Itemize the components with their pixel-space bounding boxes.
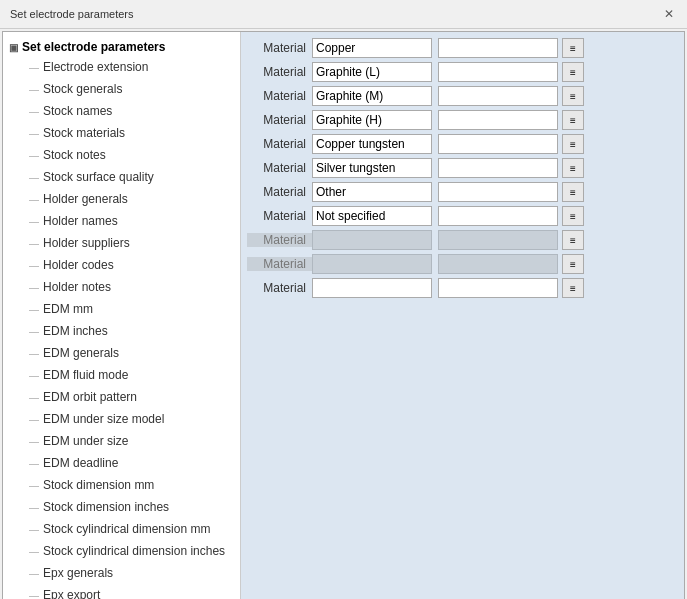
tree-root-text: Set electrode parameters	[22, 40, 165, 54]
material-right-input[interactable]	[438, 86, 558, 106]
tree-item[interactable]: Holder codes	[27, 254, 236, 276]
material-text-input[interactable]	[312, 134, 432, 154]
material-menu-button[interactable]: ≡	[562, 134, 584, 154]
material-menu-button[interactable]: ≡	[562, 158, 584, 178]
material-right-input[interactable]	[438, 206, 558, 226]
tree-item[interactable]: Holder notes	[27, 276, 236, 298]
material-text-input[interactable]	[312, 206, 432, 226]
material-row: Material≡	[247, 86, 678, 106]
material-text-input[interactable]	[312, 110, 432, 130]
title-bar-label: Set electrode parameters	[10, 8, 134, 20]
material-menu-button[interactable]: ≡	[562, 110, 584, 130]
material-text-input[interactable]	[312, 278, 432, 298]
material-row: Material≡	[247, 134, 678, 154]
tree-item[interactable]: EDM deadline	[27, 452, 236, 474]
tree-item[interactable]: Stock cylindrical dimension inches	[27, 540, 236, 562]
collapse-icon: ▣	[9, 42, 18, 53]
tree-item[interactable]: Stock cylindrical dimension mm	[27, 518, 236, 540]
left-panel: ▣ Set electrode parameters Electrode ext…	[3, 32, 241, 599]
material-menu-button[interactable]: ≡	[562, 230, 584, 250]
material-label: Material	[247, 209, 312, 223]
material-row: Material≡	[247, 206, 678, 226]
tree-item[interactable]: Holder generals	[27, 188, 236, 210]
tree-item[interactable]: EDM under size	[27, 430, 236, 452]
tree-item[interactable]: Epx export	[27, 584, 236, 599]
material-label: Material	[247, 281, 312, 295]
tree-item[interactable]: Stock names	[27, 100, 236, 122]
material-label: Material	[247, 185, 312, 199]
material-row: Material≡	[247, 38, 678, 58]
tree-root-label[interactable]: ▣ Set electrode parameters	[7, 38, 236, 56]
tree-item[interactable]: Stock dimension inches	[27, 496, 236, 518]
material-menu-button[interactable]: ≡	[562, 86, 584, 106]
tree-item[interactable]: EDM under size model	[27, 408, 236, 430]
material-row: Material≡	[247, 62, 678, 82]
tree-item[interactable]: EDM orbit pattern	[27, 386, 236, 408]
tree-item[interactable]: Stock generals	[27, 78, 236, 100]
material-label: Material	[247, 137, 312, 151]
tree-item[interactable]: EDM fluid mode	[27, 364, 236, 386]
material-right-input[interactable]	[438, 158, 558, 178]
material-row: Material≡	[247, 254, 678, 274]
material-menu-button[interactable]: ≡	[562, 206, 584, 226]
material-text-input[interactable]	[312, 86, 432, 106]
material-text-input[interactable]	[312, 62, 432, 82]
close-button[interactable]: ✕	[661, 6, 677, 22]
material-row: Material≡	[247, 182, 678, 202]
tree-item[interactable]: Holder suppliers	[27, 232, 236, 254]
tree-item[interactable]: EDM generals	[27, 342, 236, 364]
material-label: Material	[247, 233, 312, 247]
material-right-input[interactable]	[438, 182, 558, 202]
material-row: Material≡	[247, 230, 678, 250]
material-text-input[interactable]	[312, 182, 432, 202]
material-label: Material	[247, 257, 312, 271]
tree-item[interactable]: EDM inches	[27, 320, 236, 342]
title-bar: Set electrode parameters ✕	[0, 0, 687, 29]
material-text-input[interactable]	[312, 254, 432, 274]
material-label: Material	[247, 113, 312, 127]
material-text-input[interactable]	[312, 38, 432, 58]
tree-item[interactable]: Electrode extension	[27, 56, 236, 78]
material-row: Material≡	[247, 158, 678, 178]
material-label: Material	[247, 41, 312, 55]
tree-item[interactable]: Epx generals	[27, 562, 236, 584]
material-right-input[interactable]	[438, 62, 558, 82]
material-right-input[interactable]	[438, 38, 558, 58]
material-text-input[interactable]	[312, 158, 432, 178]
material-label: Material	[247, 161, 312, 175]
material-right-input[interactable]	[438, 230, 558, 250]
material-text-input[interactable]	[312, 230, 432, 250]
material-menu-button[interactable]: ≡	[562, 182, 584, 202]
material-label: Material	[247, 65, 312, 79]
tree-item[interactable]: Stock materials	[27, 122, 236, 144]
material-row: Material≡	[247, 278, 678, 298]
tree-item[interactable]: EDM mm	[27, 298, 236, 320]
material-label: Material	[247, 89, 312, 103]
material-right-input[interactable]	[438, 110, 558, 130]
tree-item[interactable]: Stock notes	[27, 144, 236, 166]
material-right-input[interactable]	[438, 134, 558, 154]
tree-children: Electrode extensionStock generalsStock n…	[7, 56, 236, 599]
tree-item[interactable]: Stock surface quality	[27, 166, 236, 188]
tree-item[interactable]: Stock dimension mm	[27, 474, 236, 496]
material-right-input[interactable]	[438, 278, 558, 298]
tree-item[interactable]: Holder names	[27, 210, 236, 232]
right-panel: Material≡Material≡Material≡Material≡Mate…	[241, 32, 684, 599]
material-row: Material≡	[247, 110, 678, 130]
material-right-input[interactable]	[438, 254, 558, 274]
material-menu-button[interactable]: ≡	[562, 62, 584, 82]
tree-root: ▣ Set electrode parameters Electrode ext…	[3, 36, 240, 599]
material-menu-button[interactable]: ≡	[562, 278, 584, 298]
material-menu-button[interactable]: ≡	[562, 254, 584, 274]
main-container: ▣ Set electrode parameters Electrode ext…	[2, 31, 685, 599]
material-menu-button[interactable]: ≡	[562, 38, 584, 58]
